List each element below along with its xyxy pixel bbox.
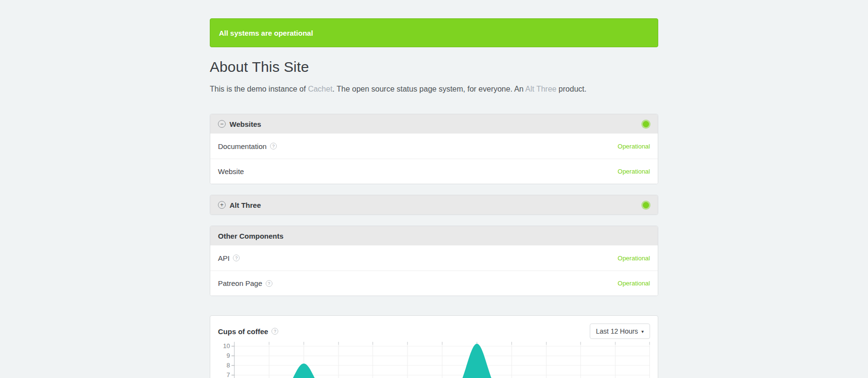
- system-status-text: All systems are operational: [219, 29, 313, 37]
- group-header-websites[interactable]: − Websites: [210, 114, 658, 134]
- metric-chart: 10 9 8 7 6: [218, 342, 650, 378]
- alt-three-link[interactable]: Alt Three: [525, 85, 556, 93]
- component-groups: − Websites Documentation ? Operational W…: [210, 114, 658, 296]
- component-status: Operational: [618, 255, 650, 262]
- about-text-suffix: product.: [556, 85, 586, 93]
- group-header-other-components: Other Components: [210, 226, 658, 245]
- component-row-patreon-page: Patreon Page ? Operational: [210, 270, 658, 296]
- help-icon[interactable]: ?: [271, 328, 278, 335]
- collapse-group-icon[interactable]: −: [218, 120, 226, 128]
- component-name: API: [218, 254, 230, 262]
- component-status: Operational: [618, 168, 650, 175]
- y-tick-marks: [231, 346, 234, 378]
- time-range-dropdown[interactable]: Last 12 Hours ▾: [590, 324, 650, 339]
- group-status-dot: [643, 121, 649, 127]
- component-status: Operational: [618, 280, 650, 287]
- component-row-documentation: Documentation ? Operational: [210, 134, 658, 159]
- group-card-other-components: Other Components API ? Operational Patre…: [210, 226, 658, 296]
- time-range-label: Last 12 Hours: [596, 327, 638, 335]
- metric-area-peak-2: [449, 344, 505, 378]
- component-status: Operational: [618, 143, 650, 150]
- x-tick-marks: [269, 342, 650, 345]
- about-text-prefix: This is the demo instance of: [210, 85, 308, 93]
- vertical-gridlines: [269, 342, 650, 378]
- page-title: About This Site: [210, 59, 658, 75]
- expand-group-icon[interactable]: +: [218, 201, 226, 209]
- y-axis-labels: 10 9 8 7 6: [223, 342, 230, 378]
- component-name: Patreon Page: [218, 279, 262, 287]
- group-header-alt-three[interactable]: + Alt Three: [210, 195, 658, 215]
- group-title-websites: Websites: [230, 120, 261, 128]
- y-tick-label: 10: [223, 342, 230, 350]
- component-name: Documentation: [218, 142, 267, 150]
- cups-of-coffee-area-chart: 10 9 8 7 6: [218, 342, 650, 378]
- group-card-websites: − Websites Documentation ? Operational W…: [210, 114, 658, 184]
- help-icon[interactable]: ?: [233, 255, 240, 261]
- component-row-api: API ? Operational: [210, 245, 658, 270]
- chevron-down-icon: ▾: [641, 329, 644, 334]
- y-tick-label: 9: [227, 352, 230, 359]
- about-text-middle: . The open source status page system, fo…: [332, 85, 525, 93]
- metric-card-cups-of-coffee: Cups of coffee ? Last 12 Hours ▾: [210, 315, 658, 378]
- group-title-other-components: Other Components: [218, 232, 284, 240]
- help-icon[interactable]: ?: [266, 280, 272, 287]
- group-title-alt-three: Alt Three: [230, 201, 261, 209]
- group-card-alt-three: + Alt Three: [210, 195, 658, 215]
- metric-header: Cups of coffee ? Last 12 Hours ▾: [218, 324, 650, 339]
- metric-title: Cups of coffee: [218, 327, 268, 336]
- page-container: All systems are operational About This S…: [210, 18, 658, 378]
- about-paragraph: This is the demo instance of Cachet. The…: [210, 84, 658, 94]
- system-status-banner: All systems are operational: [210, 18, 658, 47]
- cachet-link[interactable]: Cachet: [308, 85, 333, 93]
- y-tick-label: 7: [227, 371, 230, 378]
- group-status-dot: [643, 202, 649, 208]
- help-icon[interactable]: ?: [270, 143, 277, 149]
- component-name: Website: [218, 167, 244, 176]
- y-tick-label: 8: [227, 362, 230, 369]
- component-row-website: Website Operational: [210, 159, 658, 184]
